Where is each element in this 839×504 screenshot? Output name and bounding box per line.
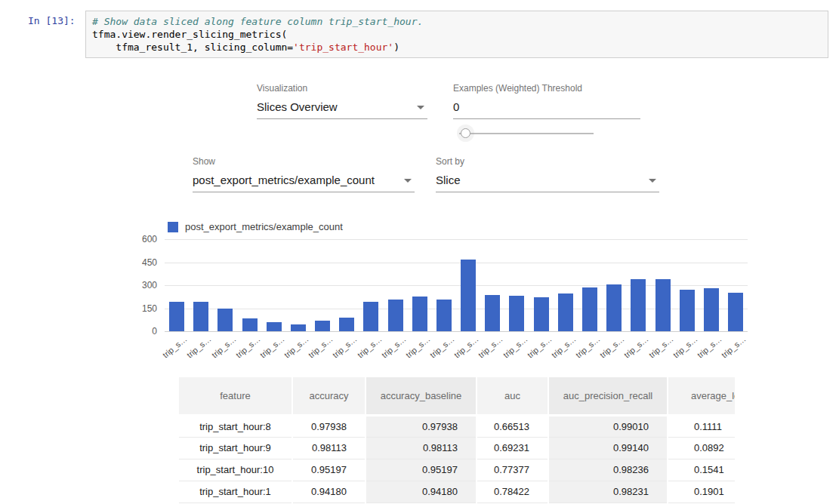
chart-legend: post_export_metrics/example_count (168, 221, 343, 232)
sort-value: Slice (436, 174, 461, 186)
table-cell: trip_start_hour:8 (179, 415, 292, 437)
table-cell: 0.97938 (366, 415, 477, 437)
table-row: trip_start_hour:10.941800.941800.784220.… (179, 481, 735, 502)
x-tick-label: trip_s… (696, 334, 723, 360)
bar[interactable] (267, 322, 282, 331)
show-control: Show post_export_metrics/example_count (193, 156, 415, 192)
bar[interactable] (728, 293, 743, 331)
table-header-cell[interactable]: accuracy_baseline (366, 377, 477, 415)
bar-slot: trip_s… (529, 239, 554, 331)
slider-handle[interactable] (461, 128, 470, 138)
x-tick-label: trip_s… (209, 334, 237, 360)
bar[interactable] (485, 295, 500, 331)
show-label: Show (193, 156, 415, 167)
y-tick-label: 300 (142, 280, 157, 290)
bar-slot: trip_s… (359, 239, 383, 331)
code-line-3-close: ) (393, 41, 399, 53)
bar-slot: trip_s… (238, 239, 262, 331)
table-cell: 0.98231 (548, 481, 668, 502)
bar[interactable] (363, 302, 378, 331)
x-tick-label: trip_s… (185, 334, 213, 360)
bar[interactable] (704, 288, 719, 331)
table-header-cell[interactable]: accuracy (292, 377, 366, 415)
sort-label: Sort by (436, 156, 659, 167)
x-tick-label: trip_s… (234, 334, 262, 360)
visualization-select[interactable]: Slices Overview (257, 99, 427, 119)
slider-track[interactable] (459, 133, 594, 134)
bar[interactable] (582, 287, 597, 331)
bar[interactable] (315, 321, 330, 331)
table-header-cell[interactable]: average_loss (668, 377, 735, 415)
table-cell: trip_start_hour:9 (179, 437, 292, 459)
x-tick-label: trip_s… (526, 334, 554, 360)
table-cell: 0.95197 (292, 459, 366, 481)
y-tick-label: 150 (142, 303, 157, 314)
bar[interactable] (461, 260, 476, 331)
x-tick-label: trip_s… (598, 334, 626, 360)
bar[interactable] (631, 279, 646, 331)
table-cell: 0.99140 (548, 437, 668, 459)
code-cell[interactable]: # Show data sliced along feature column … (85, 11, 828, 58)
x-tick-label: trip_s… (452, 334, 480, 360)
bar[interactable] (217, 309, 233, 332)
x-tick-label: trip_s… (355, 334, 383, 360)
visualization-label: Visualization (257, 83, 427, 94)
x-tick-label: trip_s… (550, 334, 578, 360)
table-cell: 0.0892 (668, 437, 735, 459)
bar-slot: trip_s… (602, 239, 626, 331)
bars: trip_s…trip_s…trip_s…trip_s…trip_s…trip_… (165, 239, 748, 331)
bar[interactable] (169, 302, 184, 331)
bar[interactable] (680, 290, 695, 331)
y-tick-label: 450 (142, 257, 157, 268)
code-line-2: tfma.view.render_slicing_metrics( (92, 29, 287, 40)
bar[interactable] (655, 279, 671, 331)
metrics-table: featureaccuracyaccuracy_baselineaucauc_p… (179, 377, 735, 503)
table-header-cell[interactable]: feature (179, 377, 292, 415)
show-select[interactable]: post_export_metrics/example_count (193, 172, 415, 192)
x-tick-label: trip_s… (646, 334, 674, 360)
table-header-cell[interactable]: auc (477, 377, 548, 415)
table-cell: 0.97938 (292, 415, 366, 437)
bar-slot: trip_s… (165, 239, 189, 331)
bar-slot: trip_s… (262, 239, 286, 331)
table-cell: 0.99010 (548, 415, 668, 437)
table-row: trip_start_hour:90.981130.981130.692310.… (179, 437, 735, 459)
bar-slot: trip_s… (408, 239, 432, 331)
threshold-slider[interactable] (459, 128, 594, 139)
table-cell: 0.78422 (477, 481, 548, 502)
bar[interactable] (436, 300, 452, 331)
bar[interactable] (558, 293, 573, 331)
bar[interactable] (606, 284, 622, 331)
sort-select[interactable]: Slice (436, 172, 659, 192)
code-string-literal: 'trip_start_hour' (293, 41, 393, 53)
bar[interactable] (291, 324, 306, 331)
x-tick-label: trip_s… (307, 334, 335, 360)
table-header-cell[interactable]: auc_precision_recall (548, 377, 668, 415)
x-tick-label: trip_s… (282, 334, 310, 360)
x-tick-label: trip_s… (671, 334, 699, 360)
table-cell: 0.69231 (477, 437, 548, 459)
visualization-value: Slices Overview (257, 100, 338, 113)
bar-slot: trip_s… (675, 239, 699, 331)
x-tick-label: trip_s… (477, 334, 504, 360)
bar[interactable] (509, 296, 524, 331)
bar-slot: trip_s… (286, 239, 310, 331)
table-cell: 0.77377 (477, 459, 548, 481)
threshold-input[interactable]: 0 (453, 99, 640, 119)
bar[interactable] (412, 297, 427, 331)
bar[interactable] (388, 300, 403, 331)
bar-slot: trip_s… (699, 239, 723, 331)
bar[interactable] (339, 318, 354, 331)
bar-slot: trip_s… (335, 239, 359, 331)
bar-slot: trip_s… (213, 239, 237, 331)
bar[interactable] (193, 302, 208, 331)
table-cell: 0.66513 (477, 415, 548, 437)
table-cell: 0.1541 (668, 459, 735, 481)
table-cell: 0.98113 (292, 437, 366, 459)
bar[interactable] (534, 297, 549, 331)
bar[interactable] (242, 318, 258, 331)
threshold-label: Examples (Weighted) Threshold (453, 83, 640, 94)
notebook-page: In [13]: # Show data sliced along featur… (0, 0, 839, 504)
threshold-control: Examples (Weighted) Threshold 0 (453, 83, 640, 119)
table-cell: 0.98236 (548, 459, 668, 481)
